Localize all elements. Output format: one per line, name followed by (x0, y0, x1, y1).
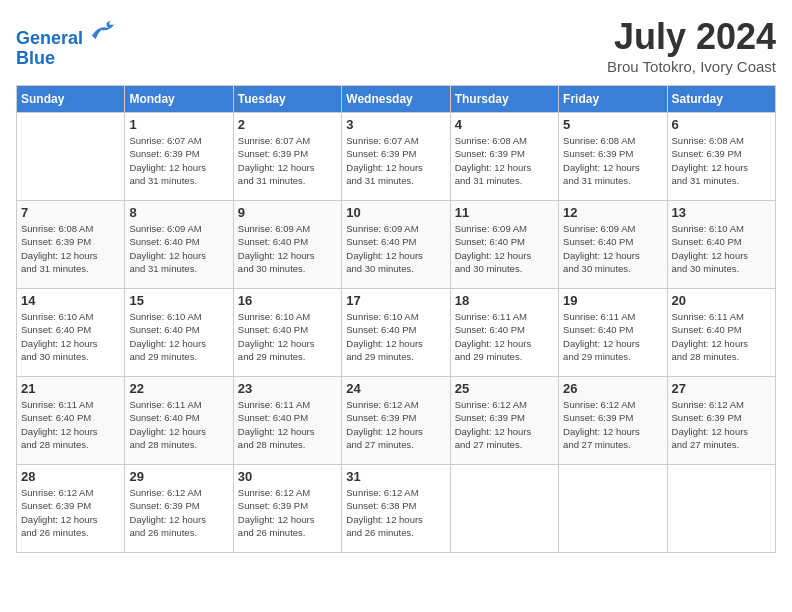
calendar-cell: 21Sunrise: 6:11 AM Sunset: 6:40 PM Dayli… (17, 377, 125, 465)
calendar-cell: 27Sunrise: 6:12 AM Sunset: 6:39 PM Dayli… (667, 377, 775, 465)
day-number: 29 (129, 469, 228, 484)
day-number: 31 (346, 469, 445, 484)
day-info: Sunrise: 6:11 AM Sunset: 6:40 PM Dayligh… (21, 398, 120, 451)
calendar-cell (667, 465, 775, 553)
day-info: Sunrise: 6:11 AM Sunset: 6:40 PM Dayligh… (563, 310, 662, 363)
day-info: Sunrise: 6:08 AM Sunset: 6:39 PM Dayligh… (455, 134, 554, 187)
day-info: Sunrise: 6:09 AM Sunset: 6:40 PM Dayligh… (346, 222, 445, 275)
day-number: 13 (672, 205, 771, 220)
day-info: Sunrise: 6:09 AM Sunset: 6:40 PM Dayligh… (563, 222, 662, 275)
calendar-cell (450, 465, 558, 553)
day-number: 10 (346, 205, 445, 220)
logo-blue: Blue (16, 49, 118, 69)
day-number: 7 (21, 205, 120, 220)
day-info: Sunrise: 6:08 AM Sunset: 6:39 PM Dayligh… (672, 134, 771, 187)
weekday-header-saturday: Saturday (667, 86, 775, 113)
day-info: Sunrise: 6:08 AM Sunset: 6:39 PM Dayligh… (563, 134, 662, 187)
calendar-cell: 9Sunrise: 6:09 AM Sunset: 6:40 PM Daylig… (233, 201, 341, 289)
calendar-cell: 12Sunrise: 6:09 AM Sunset: 6:40 PM Dayli… (559, 201, 667, 289)
day-info: Sunrise: 6:10 AM Sunset: 6:40 PM Dayligh… (672, 222, 771, 275)
calendar-week-row: 28Sunrise: 6:12 AM Sunset: 6:39 PM Dayli… (17, 465, 776, 553)
weekday-header-monday: Monday (125, 86, 233, 113)
day-info: Sunrise: 6:10 AM Sunset: 6:40 PM Dayligh… (346, 310, 445, 363)
day-number: 25 (455, 381, 554, 396)
day-info: Sunrise: 6:12 AM Sunset: 6:39 PM Dayligh… (238, 486, 337, 539)
calendar-cell: 24Sunrise: 6:12 AM Sunset: 6:39 PM Dayli… (342, 377, 450, 465)
weekday-header-thursday: Thursday (450, 86, 558, 113)
day-number: 26 (563, 381, 662, 396)
day-info: Sunrise: 6:11 AM Sunset: 6:40 PM Dayligh… (672, 310, 771, 363)
day-info: Sunrise: 6:10 AM Sunset: 6:40 PM Dayligh… (129, 310, 228, 363)
day-info: Sunrise: 6:12 AM Sunset: 6:39 PM Dayligh… (563, 398, 662, 451)
day-info: Sunrise: 6:10 AM Sunset: 6:40 PM Dayligh… (21, 310, 120, 363)
calendar-cell: 2Sunrise: 6:07 AM Sunset: 6:39 PM Daylig… (233, 113, 341, 201)
day-number: 18 (455, 293, 554, 308)
day-number: 4 (455, 117, 554, 132)
calendar-cell: 19Sunrise: 6:11 AM Sunset: 6:40 PM Dayli… (559, 289, 667, 377)
calendar-cell: 11Sunrise: 6:09 AM Sunset: 6:40 PM Dayli… (450, 201, 558, 289)
day-number: 24 (346, 381, 445, 396)
day-info: Sunrise: 6:12 AM Sunset: 6:38 PM Dayligh… (346, 486, 445, 539)
calendar-cell: 16Sunrise: 6:10 AM Sunset: 6:40 PM Dayli… (233, 289, 341, 377)
day-number: 17 (346, 293, 445, 308)
calendar-cell: 15Sunrise: 6:10 AM Sunset: 6:40 PM Dayli… (125, 289, 233, 377)
calendar-cell: 1Sunrise: 6:07 AM Sunset: 6:39 PM Daylig… (125, 113, 233, 201)
day-number: 14 (21, 293, 120, 308)
day-number: 5 (563, 117, 662, 132)
day-info: Sunrise: 6:11 AM Sunset: 6:40 PM Dayligh… (129, 398, 228, 451)
day-number: 23 (238, 381, 337, 396)
calendar-cell: 17Sunrise: 6:10 AM Sunset: 6:40 PM Dayli… (342, 289, 450, 377)
calendar-cell: 22Sunrise: 6:11 AM Sunset: 6:40 PM Dayli… (125, 377, 233, 465)
calendar-cell: 20Sunrise: 6:11 AM Sunset: 6:40 PM Dayli… (667, 289, 775, 377)
calendar-cell: 31Sunrise: 6:12 AM Sunset: 6:38 PM Dayli… (342, 465, 450, 553)
weekday-header-wednesday: Wednesday (342, 86, 450, 113)
weekday-header-row: SundayMondayTuesdayWednesdayThursdayFrid… (17, 86, 776, 113)
logo-general: General (16, 28, 83, 48)
calendar-cell: 26Sunrise: 6:12 AM Sunset: 6:39 PM Dayli… (559, 377, 667, 465)
calendar-cell: 10Sunrise: 6:09 AM Sunset: 6:40 PM Dayli… (342, 201, 450, 289)
day-number: 19 (563, 293, 662, 308)
day-info: Sunrise: 6:12 AM Sunset: 6:39 PM Dayligh… (672, 398, 771, 451)
calendar-cell: 29Sunrise: 6:12 AM Sunset: 6:39 PM Dayli… (125, 465, 233, 553)
day-info: Sunrise: 6:10 AM Sunset: 6:40 PM Dayligh… (238, 310, 337, 363)
day-number: 2 (238, 117, 337, 132)
day-number: 16 (238, 293, 337, 308)
day-info: Sunrise: 6:11 AM Sunset: 6:40 PM Dayligh… (238, 398, 337, 451)
day-number: 3 (346, 117, 445, 132)
day-info: Sunrise: 6:12 AM Sunset: 6:39 PM Dayligh… (455, 398, 554, 451)
day-number: 9 (238, 205, 337, 220)
calendar-week-row: 14Sunrise: 6:10 AM Sunset: 6:40 PM Dayli… (17, 289, 776, 377)
day-number: 6 (672, 117, 771, 132)
calendar-header: SundayMondayTuesdayWednesdayThursdayFrid… (17, 86, 776, 113)
calendar-cell: 5Sunrise: 6:08 AM Sunset: 6:39 PM Daylig… (559, 113, 667, 201)
day-info: Sunrise: 6:12 AM Sunset: 6:39 PM Dayligh… (21, 486, 120, 539)
calendar-cell: 25Sunrise: 6:12 AM Sunset: 6:39 PM Dayli… (450, 377, 558, 465)
calendar-cell (559, 465, 667, 553)
day-number: 28 (21, 469, 120, 484)
day-number: 21 (21, 381, 120, 396)
calendar-cell: 30Sunrise: 6:12 AM Sunset: 6:39 PM Dayli… (233, 465, 341, 553)
calendar-cell: 28Sunrise: 6:12 AM Sunset: 6:39 PM Dayli… (17, 465, 125, 553)
day-info: Sunrise: 6:09 AM Sunset: 6:40 PM Dayligh… (455, 222, 554, 275)
day-info: Sunrise: 6:12 AM Sunset: 6:39 PM Dayligh… (129, 486, 228, 539)
logo-blue-text: Blue (16, 48, 55, 68)
logo-text: General (16, 16, 118, 49)
day-info: Sunrise: 6:12 AM Sunset: 6:39 PM Dayligh… (346, 398, 445, 451)
weekday-header-friday: Friday (559, 86, 667, 113)
calendar-week-row: 21Sunrise: 6:11 AM Sunset: 6:40 PM Dayli… (17, 377, 776, 465)
day-number: 11 (455, 205, 554, 220)
day-info: Sunrise: 6:08 AM Sunset: 6:39 PM Dayligh… (21, 222, 120, 275)
day-info: Sunrise: 6:11 AM Sunset: 6:40 PM Dayligh… (455, 310, 554, 363)
month-year-title: July 2024 (607, 16, 776, 58)
calendar-cell: 6Sunrise: 6:08 AM Sunset: 6:39 PM Daylig… (667, 113, 775, 201)
day-info: Sunrise: 6:09 AM Sunset: 6:40 PM Dayligh… (238, 222, 337, 275)
calendar-cell: 23Sunrise: 6:11 AM Sunset: 6:40 PM Dayli… (233, 377, 341, 465)
calendar-cell: 7Sunrise: 6:08 AM Sunset: 6:39 PM Daylig… (17, 201, 125, 289)
day-info: Sunrise: 6:09 AM Sunset: 6:40 PM Dayligh… (129, 222, 228, 275)
day-number: 22 (129, 381, 228, 396)
location-subtitle: Brou Totokro, Ivory Coast (607, 58, 776, 75)
day-number: 30 (238, 469, 337, 484)
logo-bird-icon (90, 16, 118, 44)
calendar-body: 1Sunrise: 6:07 AM Sunset: 6:39 PM Daylig… (17, 113, 776, 553)
calendar-cell: 13Sunrise: 6:10 AM Sunset: 6:40 PM Dayli… (667, 201, 775, 289)
